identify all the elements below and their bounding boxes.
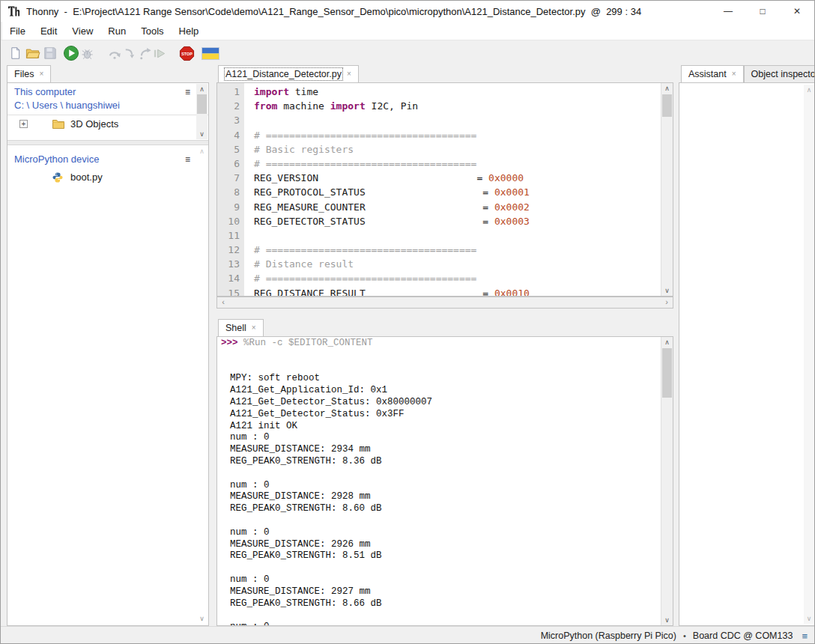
tree-expand-icon[interactable]: + — [19, 120, 28, 128]
code-line[interactable]: REG_PROTOCOL_STATUS = 0x0001 — [254, 185, 661, 199]
scroll-up-icon[interactable]: ∧ — [196, 84, 207, 94]
scrollbar-thumb[interactable] — [197, 94, 207, 114]
files-device-scrollbar[interactable]: ∧ ∨ — [196, 146, 207, 624]
tab-editor-file[interactable]: A121_Distance_Detector.py × — [218, 65, 359, 83]
shell-output-line: MEASURE_DISTANCE: 2927 mm — [221, 586, 661, 598]
editor-horizontal-scrollbar[interactable]: ‹ › — [216, 297, 673, 309]
code-editor[interactable]: import timefrom machine import I2C, Pin#… — [244, 83, 661, 296]
panel-menu-icon[interactable]: ≡ — [185, 154, 190, 165]
step-over-button — [106, 45, 123, 61]
files-current-path[interactable]: C: \ Users \ huangshiwei — [14, 100, 120, 111]
scroll-up-icon[interactable]: ∧ — [661, 83, 673, 94]
assistant-panel: ∧ ∨ — [679, 82, 815, 626]
assistant-scrollbar[interactable]: ∧ ∨ — [804, 85, 814, 624]
status-menu-icon[interactable]: ≡ — [802, 631, 808, 642]
line-number: 10 — [217, 214, 240, 228]
close-icon[interactable]: × — [732, 70, 736, 78]
shell-output-line: MEASURE_DISTANCE: 2928 mm — [221, 491, 661, 503]
scrollbar-thumb[interactable] — [662, 348, 672, 398]
menu-view[interactable]: View — [64, 23, 100, 39]
line-number: 14 — [217, 271, 240, 285]
scroll-down-icon[interactable]: ∨ — [804, 613, 814, 624]
right-panel-tabs: Assistant × Object inspector — [679, 65, 815, 83]
tree-item-label: 3D Objects — [70, 118, 118, 130]
plus-glyph: + — [22, 120, 26, 128]
code-line[interactable]: # ==================================== — [254, 243, 661, 257]
shell-output-line — [221, 362, 661, 374]
code-line[interactable]: REG_DISTANCE_RESULT = 0x0010 — [254, 286, 661, 296]
scroll-down-icon[interactable]: ∨ — [196, 613, 207, 624]
tab-assistant-label: Assistant — [688, 69, 727, 79]
shell-output-line: A121 init OK — [221, 421, 661, 433]
shell-output[interactable]: >>> %Run -c $EDITOR_CONTENTMPY: soft reb… — [217, 337, 661, 625]
scrollbar-thumb[interactable] — [662, 94, 672, 117]
minimize-button[interactable]: — — [711, 1, 745, 22]
folder-icon — [52, 119, 64, 131]
scroll-down-icon[interactable]: ∨ — [661, 285, 673, 296]
line-number: 5 — [217, 142, 240, 157]
stop-restart-button[interactable]: STOP — [178, 45, 195, 61]
scroll-down-icon[interactable]: ∨ — [196, 129, 207, 139]
menu-help[interactable]: Help — [172, 23, 207, 39]
tab-shell[interactable]: Shell × — [218, 319, 264, 337]
tab-object-inspector[interactable]: Object inspector — [744, 65, 815, 83]
tree-item-boot-py[interactable]: boot.py — [7, 171, 195, 184]
backend-label[interactable]: MicroPython (Raspberry Pi Pico) — [541, 631, 676, 641]
new-file-button[interactable] — [7, 45, 23, 61]
editor-vertical-scrollbar[interactable]: ∧ ∨ — [661, 83, 673, 296]
line-number: 1 — [217, 85, 240, 99]
panel-menu-icon[interactable]: ≡ — [185, 87, 190, 97]
debug-script-button — [79, 45, 95, 61]
tab-assistant[interactable]: Assistant × — [681, 65, 744, 83]
menu-file[interactable]: File — [2, 23, 33, 39]
close-icon[interactable]: × — [252, 324, 256, 332]
shell-prompt-line[interactable]: >>> %Run -c $EDITOR_CONTENT — [221, 338, 661, 350]
close-button[interactable]: ✕ — [780, 1, 814, 22]
menu-tools[interactable]: Tools — [133, 23, 171, 39]
scroll-down-icon[interactable]: ∨ — [661, 615, 673, 625]
status-separator: • — [683, 631, 686, 640]
line-number: 3 — [217, 113, 240, 127]
scroll-right-icon[interactable]: › — [661, 297, 672, 308]
scroll-up-icon[interactable]: ∧ — [661, 337, 673, 347]
code-line[interactable] — [254, 113, 661, 127]
tab-files[interactable]: Files × — [7, 65, 51, 83]
code-line[interactable]: REG_DETECTOR_STATUS = 0x0003 — [254, 214, 661, 228]
tree-item-3d-objects[interactable]: + 3D Objects — [7, 118, 195, 131]
scroll-up-icon[interactable]: ∧ — [196, 146, 207, 157]
files-root-title[interactable]: This computer — [14, 86, 76, 97]
code-line[interactable]: # Basic registers — [254, 142, 661, 157]
scroll-left-icon[interactable]: ‹ — [218, 297, 228, 308]
code-line[interactable]: import time — [254, 85, 661, 99]
code-line[interactable] — [254, 228, 661, 243]
device-title[interactable]: MicroPython device — [14, 154, 99, 165]
shell-output-line: REG_PEAK0_STRENGTH: 8.36 dB — [221, 456, 661, 468]
open-file-button[interactable] — [24, 45, 40, 61]
shell-prompt: >>> — [221, 338, 243, 348]
window-controls: — □ ✕ — [711, 1, 814, 22]
code-line[interactable]: REG_MEASURE_COUNTER = 0x0002 — [254, 200, 661, 214]
code-line[interactable]: # ==================================== — [254, 157, 661, 171]
close-icon[interactable]: × — [39, 70, 43, 78]
run-script-button[interactable] — [63, 45, 79, 61]
code-line[interactable]: from machine import I2C, Pin — [254, 99, 661, 113]
shell-output-line: REG_PEAK0_STRENGTH: 8.51 dB — [221, 550, 661, 562]
scroll-up-icon[interactable]: ∧ — [804, 85, 814, 95]
code-line[interactable]: # ==================================== — [254, 128, 661, 142]
maximize-button[interactable]: □ — [745, 1, 780, 22]
menu-edit[interactable]: Edit — [33, 23, 64, 39]
shell-output-line: MEASURE_DISTANCE: 2934 mm — [221, 444, 661, 456]
menu-run[interactable]: Run — [100, 23, 133, 39]
shell-output-line: A121_Get_Detector_Status: 0x80000007 — [221, 397, 661, 409]
code-line[interactable]: REG_VERSION = 0x0000 — [254, 171, 661, 185]
shell-vertical-scrollbar[interactable]: ∧ ∨ — [661, 337, 673, 625]
code-line[interactable]: # ==================================== — [254, 271, 661, 285]
line-number: 7 — [217, 171, 240, 185]
port-label[interactable]: Board CDC @ COM133 — [693, 631, 793, 641]
thonny-window: Thonny - E:\Project\A121 Range Sensor\Co… — [0, 0, 815, 644]
files-top-scrollbar[interactable]: ∧ ∨ — [196, 84, 207, 139]
tree-item-label: boot.py — [70, 171, 103, 183]
close-icon[interactable]: × — [347, 70, 351, 78]
line-number: 6 — [217, 157, 240, 171]
code-line[interactable]: # Distance result — [254, 257, 661, 271]
